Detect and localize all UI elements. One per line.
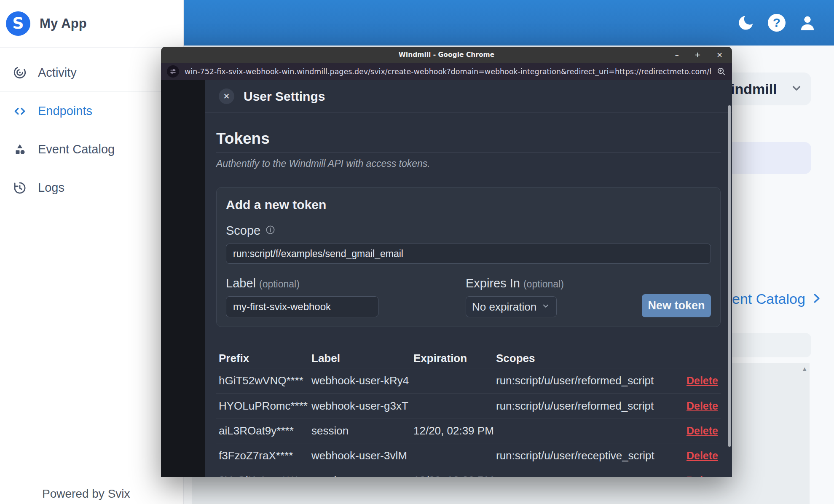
address-input[interactable]: win-752-fix-svix-webhook-win.windmill.pa… bbox=[185, 67, 711, 76]
brand: S My App bbox=[0, 0, 183, 48]
user-icon[interactable] bbox=[798, 13, 817, 32]
event-catalog-link[interactable]: ent Catalog bbox=[732, 291, 822, 307]
col-expiration: Expiration bbox=[413, 352, 496, 365]
url-bar: win-752-fix-svix-webhook-win.windmill.pa… bbox=[161, 63, 732, 80]
cell-label: session bbox=[311, 424, 413, 437]
sidebar-item-activity[interactable]: Activity bbox=[0, 54, 183, 92]
label-input[interactable] bbox=[226, 296, 378, 317]
zoom-icon[interactable] bbox=[716, 67, 726, 76]
expires-field-group: Expires In(optional) No expiration bbox=[466, 276, 564, 317]
cell-prefix: 3YeOiKpLwq**** bbox=[219, 474, 311, 477]
screen: S My App Activity bbox=[0, 0, 834, 504]
sidebar-item-logs[interactable]: Logs bbox=[0, 169, 183, 207]
minimize-icon[interactable]: – bbox=[675, 51, 679, 59]
cell-prefix: f3FzoZ7raX**** bbox=[219, 449, 311, 462]
label-field-group: Label(optional) bbox=[226, 276, 378, 317]
powered-by-svix: Powered by Svix bbox=[42, 487, 130, 501]
cell-expiration: 12/20, 02:39 PM bbox=[413, 424, 496, 437]
cell-label: webhook-user-3vlM bbox=[311, 449, 413, 462]
delete-token-link[interactable]: Delete bbox=[687, 425, 718, 437]
window-title: Windmill - Google Chrome bbox=[399, 51, 495, 59]
expires-label: Expires In bbox=[466, 276, 520, 290]
new-token-button[interactable]: New token bbox=[642, 294, 711, 317]
svix-logo-letter: S bbox=[12, 14, 24, 32]
help-icon[interactable]: ? bbox=[767, 13, 786, 32]
expires-select-value: No expiration bbox=[472, 300, 536, 314]
tokens-subtitle: Authentify to the Windmill API with acce… bbox=[216, 158, 721, 169]
sidebar-item-endpoints[interactable]: Endpoints bbox=[0, 92, 183, 130]
environment-dropdown-label: indmill bbox=[731, 81, 777, 97]
scope-label-row: Scope bbox=[226, 224, 711, 238]
cell-scopes: run:script/u/user/receptive_script bbox=[496, 449, 679, 462]
scope-label: Scope bbox=[226, 224, 260, 238]
tokens-heading: Tokens bbox=[216, 130, 721, 153]
table-row: hGiT52wVNQ**** webhook-user-kRy4 run:scr… bbox=[216, 368, 721, 393]
scroll-up-icon[interactable]: ▲ bbox=[802, 365, 807, 372]
chevron-right-icon bbox=[810, 292, 822, 306]
user-settings-modal: ✕ User Settings Tokens Authentify to the… bbox=[205, 80, 732, 477]
cell-scopes: run:script/u/user/reformed_script bbox=[496, 374, 679, 387]
label-label: Label bbox=[226, 276, 256, 290]
modal-header: ✕ User Settings bbox=[205, 80, 732, 113]
close-icon[interactable]: ✕ bbox=[219, 88, 234, 104]
table-row: 3YeOiKpLwq**** session 12/20, 12:26 PM D… bbox=[216, 468, 721, 477]
col-prefix: Prefix bbox=[219, 352, 311, 365]
app-title: My App bbox=[40, 16, 87, 31]
chrome-window: Windmill - Google Chrome – + × win-752-f… bbox=[161, 47, 732, 477]
sidebar-item-label: Logs bbox=[38, 181, 64, 195]
window-content: ✕ User Settings Tokens Authentify to the… bbox=[161, 80, 732, 477]
cell-label: webhook-user-kRy4 bbox=[311, 374, 413, 387]
endpoints-icon bbox=[13, 104, 27, 118]
page-scrollbar-thumb[interactable] bbox=[728, 105, 731, 447]
cell-label: session bbox=[311, 474, 413, 477]
expires-optional: (optional) bbox=[523, 279, 564, 290]
top-header-icons: ? bbox=[736, 0, 817, 46]
label-optional: (optional) bbox=[259, 279, 300, 290]
modal-body: Tokens Authentify to the Windmill API wi… bbox=[205, 130, 732, 477]
col-scopes: Scopes bbox=[496, 352, 679, 365]
logs-icon bbox=[13, 181, 27, 195]
event-catalog-icon bbox=[13, 142, 27, 157]
table-row: HYOLuPRomc**** webhook-user-g3xT run:scr… bbox=[216, 393, 721, 418]
sidebar-nav: Activity Endpoints bbox=[0, 48, 183, 207]
cell-scopes: run:script/u/user/reformed_script bbox=[496, 399, 679, 413]
sidebar-item-label: Endpoints bbox=[38, 104, 92, 118]
add-token-card: Add a new token Scope bbox=[216, 187, 721, 327]
top-header: ? bbox=[184, 0, 834, 46]
cell-prefix: hGiT52wVNQ**** bbox=[219, 374, 311, 387]
scope-input[interactable] bbox=[226, 244, 711, 264]
table-row: f3FzoZ7raX**** webhook-user-3vlM run:scr… bbox=[216, 443, 721, 468]
cell-prefix: aiL3ROat9y**** bbox=[219, 424, 311, 437]
close-window-icon[interactable]: × bbox=[716, 51, 723, 59]
site-settings-tune-icon[interactable] bbox=[167, 65, 179, 78]
sidebar: S My App Activity bbox=[0, 0, 184, 504]
maximize-icon[interactable]: + bbox=[695, 51, 701, 59]
info-icon bbox=[265, 225, 275, 236]
delete-token-link[interactable]: Delete bbox=[687, 475, 718, 477]
modal-backdrop bbox=[161, 80, 205, 477]
expires-select[interactable]: No expiration bbox=[466, 296, 557, 317]
add-token-heading: Add a new token bbox=[226, 198, 711, 212]
modal-title: User Settings bbox=[244, 89, 325, 104]
dark-mode-moon-icon[interactable] bbox=[736, 13, 756, 32]
sidebar-item-label: Activity bbox=[38, 66, 77, 80]
cell-expiration: 12/20, 12:26 PM bbox=[413, 474, 496, 477]
table-row: aiL3ROat9y**** session 12/20, 02:39 PM D… bbox=[216, 418, 721, 443]
event-catalog-link-label: ent Catalog bbox=[732, 291, 805, 307]
window-titlebar[interactable]: Windmill - Google Chrome – + × bbox=[161, 47, 732, 63]
cell-label: webhook-user-g3xT bbox=[311, 399, 413, 413]
delete-token-link[interactable]: Delete bbox=[687, 400, 718, 412]
tokens-table-header: Prefix Label Expiration Scopes bbox=[216, 349, 721, 368]
col-label: Label bbox=[311, 352, 413, 365]
delete-token-link[interactable]: Delete bbox=[687, 450, 718, 462]
svix-logo-icon: S bbox=[6, 11, 30, 36]
delete-token-link[interactable]: Delete bbox=[687, 375, 718, 387]
sidebar-item-event-catalog[interactable]: Event Catalog bbox=[0, 130, 183, 169]
chevron-down-icon bbox=[541, 301, 550, 312]
activity-icon bbox=[13, 65, 27, 80]
window-controls: – + × bbox=[675, 47, 723, 63]
chevron-down-icon bbox=[790, 81, 803, 97]
sidebar-item-label: Event Catalog bbox=[38, 142, 115, 156]
tokens-table: Prefix Label Expiration Scopes hGiT52wVN… bbox=[216, 349, 721, 477]
cell-prefix: HYOLuPRomc**** bbox=[219, 399, 311, 413]
